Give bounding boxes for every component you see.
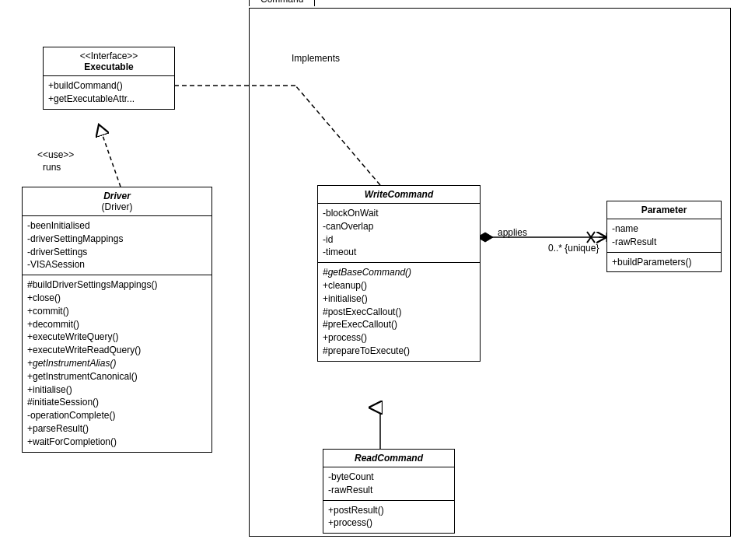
- param-attr-1: -name: [612, 222, 716, 236]
- driver-subtext: (Driver): [27, 201, 207, 212]
- writecommand-methods: #getBaseCommand() +cleanup() +initialise…: [318, 263, 480, 361]
- wc-method-3: +initialise(): [323, 292, 475, 306]
- parameter-name: Parameter: [612, 205, 716, 215]
- driver-method-9: +initialise(): [27, 383, 207, 397]
- implements-label: Implements: [292, 53, 340, 64]
- wc-attr-1: -blockOnWait: [323, 207, 475, 220]
- param-method-1: +buildParameters(): [612, 256, 716, 269]
- runs-label: runs: [43, 162, 61, 173]
- executable-class: <<Interface>> Executable +buildCommand()…: [43, 47, 175, 110]
- wc-method-5: #preExecCallout(): [323, 318, 475, 331]
- executable-name: Executable: [48, 61, 170, 72]
- executable-method-1: +buildCommand(): [48, 79, 170, 93]
- readcommand-header: ReadCommand: [323, 450, 454, 467]
- driver-method-13: +waitForCompletion(): [27, 436, 207, 449]
- driver-name: Driver: [27, 191, 207, 201]
- driver-attr-2: -driverSettingMappings: [27, 233, 207, 246]
- rc-method-1: +postResult(): [328, 504, 449, 517]
- readcommand-attributes: -byteCount -rawResult: [323, 467, 454, 501]
- parameter-class: Parameter -name -rawResult +buildParamet…: [606, 201, 722, 272]
- driver-method-10: #initiateSession(): [27, 396, 207, 409]
- executable-methods: +buildCommand() +getExecutableAttr...: [44, 76, 174, 109]
- readcommand-class: ReadCommand -byteCount -rawResult +postR…: [323, 449, 455, 534]
- driver-header: Driver (Driver): [23, 187, 211, 216]
- wc-attr-3: -id: [323, 233, 475, 247]
- driver-method-11: -operationComplete(): [27, 409, 207, 422]
- driver-attributes: -beenInitialised -driverSettingMappings …: [23, 216, 211, 275]
- driver-attr-3: -driverSettings: [27, 246, 207, 259]
- driver-method-3: +commit(): [27, 305, 207, 318]
- writecommand-attributes: -blockOnWait -canOverlap -id -timeout: [318, 204, 480, 263]
- executable-header: <<Interface>> Executable: [44, 47, 174, 76]
- driver-method-5: +executeWriteQuery(): [27, 331, 207, 344]
- wc-attr-2: -canOverlap: [323, 220, 475, 233]
- rc-attr-1: -byteCount: [328, 471, 449, 484]
- driver-method-4: +decommit(): [27, 318, 207, 331]
- driver-method-12: +parseResult(): [27, 422, 207, 436]
- wc-method-6: +process(): [323, 331, 475, 345]
- rc-method-2: +process(): [328, 516, 449, 530]
- driver-attr-1: -beenInitialised: [27, 219, 207, 233]
- parameter-header: Parameter: [607, 201, 721, 219]
- readcommand-name: ReadCommand: [328, 453, 449, 464]
- wc-attr-4: -timeout: [323, 246, 475, 259]
- wc-method-7: #prepareToExecute(): [323, 345, 475, 358]
- driver-method-7: +getInstrumentAlias(): [27, 357, 207, 370]
- param-attr-2: -rawResult: [612, 236, 716, 249]
- parameter-attributes: -name -rawResult: [607, 219, 721, 253]
- driver-method-2: +close(): [27, 292, 207, 305]
- driver-methods: #buildDriverSettingsMappings() +close() …: [23, 275, 211, 451]
- driver-method-8: +getInstrumentCanonical(): [27, 370, 207, 383]
- applies-label: applies: [498, 227, 527, 238]
- writecommand-class: WriteCommand -blockOnWait -canOverlap -i…: [317, 185, 481, 362]
- readcommand-methods: +postResult() +process(): [323, 501, 454, 534]
- wc-method-2: +cleanup(): [323, 279, 475, 292]
- wc-method-1: #getBaseCommand(): [323, 266, 475, 279]
- wc-method-4: #postExecCallout(): [323, 306, 475, 319]
- svg-line-7: [99, 124, 121, 187]
- executable-method-2: +getExecutableAttr...: [48, 93, 170, 106]
- parameter-methods: +buildParameters(): [607, 253, 721, 272]
- writecommand-name: WriteCommand: [323, 189, 475, 200]
- rc-attr-2: -rawResult: [328, 484, 449, 497]
- driver-class: Driver (Driver) -beenInitialised -driver…: [22, 187, 212, 453]
- driver-method-1: #buildDriverSettingsMappings(): [27, 278, 207, 292]
- package-tab: Command: [249, 0, 315, 6]
- writecommand-header: WriteCommand: [318, 186, 480, 204]
- executable-stereotype: <<Interface>>: [48, 51, 170, 61]
- use-label: <<use>>: [37, 149, 74, 160]
- driver-method-6: +executeWriteReadQuery(): [27, 344, 207, 357]
- multiplicity-many: 0..* {unique}: [548, 243, 599, 254]
- driver-attr-4: -VISASession: [27, 258, 207, 271]
